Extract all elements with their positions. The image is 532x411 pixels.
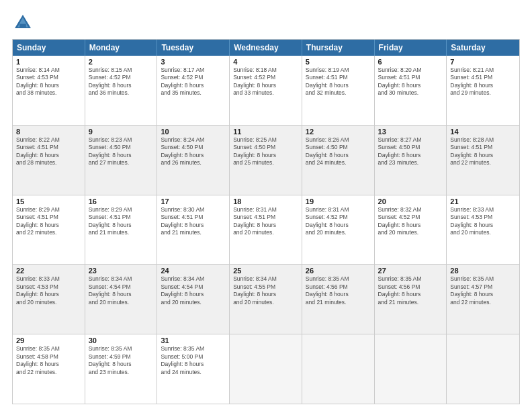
cell-line: and 30 minutes. [378,89,443,97]
cell-line: Sunset: 4:50 PM [161,144,226,151]
cell-line: Sunset: 4:54 PM [161,283,226,291]
cell-line: Sunrise: 8:21 AM [450,66,516,74]
calendar: SundayMondayTuesdayWednesdayThursdayFrid… [12,39,520,404]
cell-line: Sunset: 4:51 PM [161,214,226,221]
cell-line: Sunset: 4:52 PM [378,214,443,221]
cell-line: Daylight: 8 hours [306,291,371,298]
calendar-cell-27: 27Sunrise: 8:35 AMSunset: 4:56 PMDayligh… [375,265,447,334]
day-number: 11 [233,128,298,136]
cell-line: Sunset: 4:51 PM [450,74,516,81]
cell-line: Daylight: 8 hours [378,152,443,159]
cell-line: Sunrise: 8:23 AM [89,136,154,144]
cell-line: and 24 minutes. [306,159,371,167]
cell-line: Sunset: 4:52 PM [161,74,226,81]
cell-line: and 20 minutes. [16,299,81,306]
cell-line: Sunset: 4:57 PM [450,283,516,291]
cell-line: and 20 minutes. [89,299,154,306]
cell-line: and 38 minutes. [16,89,81,97]
cell-line: and 20 minutes. [233,229,298,236]
cell-line: and 29 minutes. [450,89,516,97]
cell-line: Sunset: 4:51 PM [89,214,154,221]
calendar-cell-22: 22Sunrise: 8:33 AMSunset: 4:53 PMDayligh… [13,265,85,334]
cell-line: Daylight: 8 hours [450,291,516,298]
calendar-row-4: 22Sunrise: 8:33 AMSunset: 4:53 PMDayligh… [13,264,519,334]
calendar-cell-15: 15Sunrise: 8:29 AMSunset: 4:51 PMDayligh… [13,195,85,265]
cell-line: Daylight: 8 hours [233,222,298,229]
calendar-cell-20: 20Sunrise: 8:32 AMSunset: 4:52 PMDayligh… [375,195,447,265]
calendar-row-5: 29Sunrise: 8:35 AMSunset: 4:58 PMDayligh… [13,334,519,404]
header-cell-wednesday: Wednesday [230,40,302,56]
calendar-cell-empty [375,334,447,404]
calendar-cell-30: 30Sunrise: 8:35 AMSunset: 4:59 PMDayligh… [85,334,158,404]
day-number: 29 [16,336,81,345]
calendar-cell-2: 2Sunrise: 8:15 AMSunset: 4:52 PMDaylight… [85,56,158,125]
day-number: 24 [161,267,226,275]
day-number: 22 [16,267,81,275]
cell-line: and 21 minutes. [89,229,154,236]
day-number: 1 [16,58,81,66]
cell-line: and 21 minutes. [306,299,371,306]
cell-line: and 20 minutes. [450,229,516,236]
day-number: 20 [378,197,443,205]
calendar-cell-24: 24Sunrise: 8:34 AMSunset: 4:54 PMDayligh… [157,265,230,334]
header-cell-thursday: Thursday [302,40,375,56]
calendar-cell-17: 17Sunrise: 8:30 AMSunset: 4:51 PMDayligh… [157,195,230,265]
cell-line: and 35 minutes. [161,89,226,97]
day-number: 4 [233,58,298,66]
cell-line: Sunset: 4:52 PM [89,74,154,81]
cell-line: and 26 minutes. [161,159,226,167]
cell-line: Sunrise: 8:30 AM [161,206,226,214]
calendar-cell-8: 8Sunrise: 8:22 AMSunset: 4:51 PMDaylight… [13,126,85,195]
cell-line: and 20 minutes. [161,299,226,306]
cell-line: Daylight: 8 hours [161,152,226,159]
cell-line: Sunrise: 8:34 AM [161,275,226,283]
cell-line: and 22 minutes. [450,159,516,167]
cell-line: Sunrise: 8:35 AM [306,275,371,283]
cell-line: Sunset: 4:50 PM [378,144,443,151]
calendar-cell-26: 26Sunrise: 8:35 AMSunset: 4:56 PMDayligh… [302,265,375,334]
day-number: 26 [306,267,371,275]
calendar-row-2: 8Sunrise: 8:22 AMSunset: 4:51 PMDaylight… [13,125,519,195]
day-number: 18 [233,197,298,205]
day-number: 2 [89,58,154,66]
cell-line: Sunrise: 8:29 AM [16,206,81,214]
day-number: 5 [306,58,371,66]
cell-line: and 22 minutes. [16,369,81,376]
cell-line: Daylight: 8 hours [89,222,154,229]
calendar-cell-31: 31Sunrise: 8:35 AMSunset: 5:00 PMDayligh… [157,334,230,404]
cell-line: Sunset: 4:52 PM [306,214,371,221]
cell-line: Sunset: 4:51 PM [450,144,516,151]
calendar-cell-empty [302,334,375,404]
cell-line: Sunrise: 8:29 AM [89,206,154,214]
cell-line: Daylight: 8 hours [378,291,443,298]
cell-line: Sunrise: 8:28 AM [450,136,516,144]
cell-line: Sunrise: 8:32 AM [378,206,443,214]
cell-line: Daylight: 8 hours [16,222,81,229]
cell-line: Sunrise: 8:22 AM [16,136,81,144]
cell-line: Sunrise: 8:35 AM [89,345,154,353]
cell-line: Sunset: 4:50 PM [233,144,298,151]
calendar-cell-21: 21Sunrise: 8:33 AMSunset: 4:53 PMDayligh… [447,195,519,265]
cell-line: Sunset: 4:51 PM [306,74,371,81]
cell-line: Sunset: 4:56 PM [378,283,443,291]
cell-line: and 21 minutes. [161,229,226,236]
cell-line: Sunrise: 8:14 AM [16,66,81,74]
calendar-cell-6: 6Sunrise: 8:20 AMSunset: 4:51 PMDaylight… [375,56,447,125]
cell-line: and 32 minutes. [306,89,371,97]
cell-line: Daylight: 8 hours [161,82,226,89]
day-number: 14 [450,128,516,136]
calendar-cell-14: 14Sunrise: 8:28 AMSunset: 4:51 PMDayligh… [447,126,519,195]
day-number: 19 [306,197,371,205]
cell-line: Sunset: 4:51 PM [378,74,443,81]
cell-line: Daylight: 8 hours [306,152,371,159]
day-number: 15 [16,197,81,205]
cell-line: Daylight: 8 hours [161,291,226,298]
cell-line: Sunrise: 8:15 AM [89,66,154,74]
cell-line: Daylight: 8 hours [233,291,298,298]
cell-line: Sunset: 4:53 PM [16,74,81,81]
page: SundayMondayTuesdayWednesdayThursdayFrid… [0,0,532,411]
calendar-cell-23: 23Sunrise: 8:34 AMSunset: 4:54 PMDayligh… [85,265,158,334]
cell-line: Sunrise: 8:20 AM [378,66,443,74]
day-number: 31 [161,336,226,345]
cell-line: Daylight: 8 hours [16,82,81,89]
